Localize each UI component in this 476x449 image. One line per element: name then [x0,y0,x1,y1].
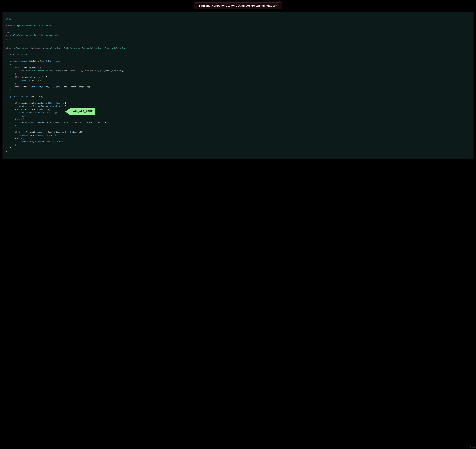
initialize-fn: initialize [30,96,41,98]
code-block: <?php namespace Symfony\Component\Cache\… [6,14,470,157]
namespace-value: Symfony\Component\Cache\Adapter [17,25,52,27]
you-are-here-callout: YOU_ARE_HERE [65,108,95,115]
public-keyword: public [10,60,17,62]
ellipsis-2: [...] [6,38,11,40]
class-name: PhpArrayAdapter [12,47,30,49]
seebug-logo: Seebug [470,446,475,448]
delete-item-fn: deleteItem [28,60,40,62]
interface-list: AdapterInterface, CacheInterface, Prunea… [43,47,126,49]
private-keyword: private [10,96,18,98]
you-are-here-anchor: file]; } elseif (!is_file($this->file)) … [6,105,108,153]
title-bar: Symfony\Component\Cache\Adapter\PhpArray… [194,3,282,9]
function-keyword-2: function [19,96,28,98]
use-trait: ContractsTrait [15,54,31,56]
implements-keyword: implements [31,47,42,49]
class-keyword: class [6,47,11,49]
ellipsis-1: [...] [6,31,11,33]
seebug-watermark: Seebug [470,446,475,448]
contracts-trait-link[interactable]: ContractsTrait [45,34,62,36]
use-keyword-2: use [10,54,14,56]
namespace-keyword: namespace [6,25,16,27]
code-container: <?php namespace Symfony\Component\Cache\… [3,12,473,159]
title-text: Symfony\Component\Cache\Adapter\PhpArray… [199,4,277,7]
use-namespace: Symfony\Component\Cache\Traits\ [10,34,45,36]
php-open-tag: <?php [6,18,11,20]
use-keyword-1: use [6,34,9,36]
function-keyword-1: function [18,60,27,62]
you-are-here-label: YOU_ARE_HERE [70,108,95,115]
arrow-icon [65,108,70,115]
